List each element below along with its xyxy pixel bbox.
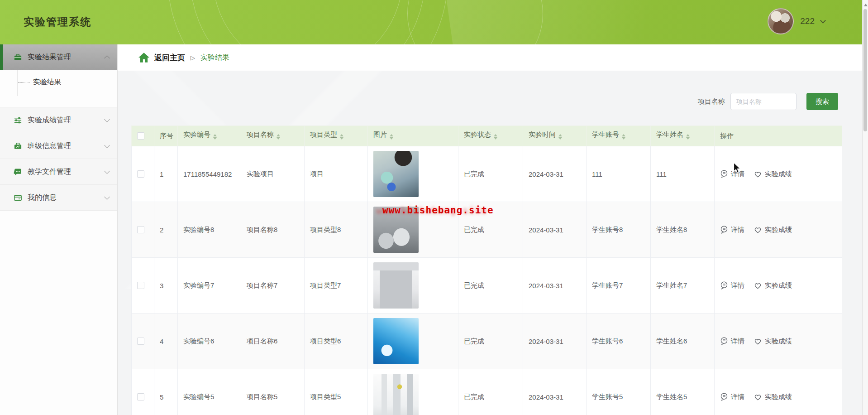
window-scrollbar[interactable] (862, 0, 868, 415)
cell-project-name: 项目名称7 (241, 258, 305, 314)
sidebar-item-class-info-management[interactable]: 班级信息管理 (0, 133, 117, 159)
chevron-down-icon (820, 18, 826, 24)
home-icon (138, 52, 150, 63)
site-watermark: www.bishebang.site (382, 205, 494, 216)
breadcrumb-separator-icon: ▷ (191, 54, 195, 61)
cell-project-type: 项目类型8 (305, 202, 368, 258)
row-checkbox[interactable] (137, 338, 144, 345)
sort-icon[interactable] (558, 132, 562, 141)
table-row: 3 实验编号7 项目名称7 项目类型7 已完成 2024-03-31 学生账号7… (132, 258, 842, 314)
experiment-score-link[interactable]: 实验成绩 (754, 170, 792, 179)
col-index: 序号 (154, 126, 178, 146)
select-all-checkbox[interactable] (137, 132, 144, 140)
row-checkbox[interactable] (137, 226, 144, 233)
user-menu[interactable]: 222 (768, 8, 825, 34)
sort-icon[interactable] (277, 132, 280, 141)
sidebar-item-score-management[interactable]: 实验成绩管理 (0, 107, 117, 133)
detail-link[interactable]: 详情 (720, 392, 744, 401)
cell-project-name: 项目名称6 (241, 314, 305, 369)
sidebar-group: 实验成绩管理 班级信息管理 教学文件管理 (0, 107, 117, 211)
row-checkbox[interactable] (137, 393, 144, 401)
heart-icon (754, 281, 762, 290)
detail-icon (720, 225, 728, 234)
cell-index: 5 (154, 369, 178, 415)
search-button[interactable]: 搜索 (806, 93, 838, 110)
heart-icon (754, 226, 762, 234)
detail-link[interactable]: 详情 (720, 281, 744, 290)
row-checkbox[interactable] (137, 282, 144, 289)
sort-icon[interactable] (340, 132, 343, 141)
cell-status: 已完成 (458, 369, 523, 415)
sort-icon[interactable] (686, 132, 690, 141)
col-student: 学生姓名 (651, 126, 715, 146)
row-image[interactable] (373, 374, 419, 415)
sidebar-item-my-info[interactable]: 我的信息 (0, 185, 117, 211)
user-avatar[interactable] (768, 8, 794, 34)
cell-project-type: 项目类型7 (305, 258, 368, 314)
sidebar-item-experiment-result-management[interactable]: 实验结果管理 (0, 44, 117, 70)
chevron-down-icon (104, 168, 110, 174)
app-title: 实验管理系统 (24, 15, 91, 29)
table-row: 5 实验编号5 项目名称5 项目类型5 已完成 2024-03-31 学生账号5… (132, 369, 842, 415)
search-label: 项目名称 (698, 97, 725, 106)
row-image[interactable] (373, 262, 419, 309)
cell-status: 已完成 (458, 258, 523, 314)
search-bar: 项目名称 搜索 (118, 93, 838, 110)
cell-student: 学生姓名6 (651, 314, 715, 369)
top-header: 实验管理系统 222 (0, 0, 868, 44)
cell-account: 学生账号8 (587, 202, 651, 258)
breadcrumb-home-link[interactable]: 返回主页 (138, 52, 185, 63)
sort-icon[interactable] (622, 132, 625, 141)
sidebar-item-label: 我的信息 (28, 193, 105, 203)
chevron-down-icon (104, 194, 110, 200)
detail-icon (720, 392, 728, 401)
scrollbar-thumb[interactable] (863, 9, 867, 131)
sidebar-item-label: 班级信息管理 (28, 141, 105, 151)
sort-icon[interactable] (390, 132, 393, 141)
table-header-row: 序号 实验编号 项目名称 项目类型 图片 实验状态 实验时间 学生账号 学生姓名… (132, 126, 842, 146)
cell-student: 学生姓名5 (651, 369, 715, 415)
experiment-score-link[interactable]: 实验成绩 (754, 393, 792, 401)
briefcase-icon (14, 53, 22, 62)
cell-index: 2 (154, 202, 178, 258)
sort-icon[interactable] (213, 132, 217, 141)
sidebar-item-teaching-files-management[interactable]: 教学文件管理 (0, 159, 117, 185)
experiment-score-link[interactable]: 实验成绩 (754, 226, 792, 234)
cell-exp-no: 实验编号6 (178, 314, 241, 369)
detail-link[interactable]: 详情 (720, 169, 744, 179)
detail-link[interactable]: 详情 (720, 225, 744, 234)
sort-icon[interactable] (494, 132, 497, 141)
row-image[interactable] (373, 151, 419, 197)
chevron-down-icon (104, 116, 110, 122)
heart-icon (754, 337, 762, 345)
scroll-up-arrow-icon[interactable] (864, 2, 868, 6)
cell-exp-no: 实验编号7 (178, 258, 241, 314)
cell-index: 3 (154, 258, 178, 314)
cell-exp-no: 实验编号5 (178, 369, 241, 415)
breadcrumb-current-page[interactable]: 实验结果 (200, 53, 229, 63)
project-name-input[interactable] (730, 93, 796, 110)
cell-student: 学生姓名7 (651, 258, 715, 314)
col-image: 图片 (368, 126, 458, 146)
app-window: 实验管理系统 222 实验结果管理 实验结果 (0, 0, 868, 415)
decor-ring (167, 0, 448, 44)
detail-link[interactable]: 详情 (720, 337, 744, 346)
cell-index: 1 (154, 146, 178, 202)
id-card-icon (14, 193, 22, 202)
heart-icon (754, 393, 762, 401)
main-content: 返回主页 ▷ 实验结果 项目名称 搜索 序号 实验 (118, 44, 868, 415)
cell-project-name: 项目名称8 (241, 202, 305, 258)
sidebar-subitem-experiment-result[interactable]: 实验结果 (0, 77, 117, 87)
cell-date: 2024-03-31 (523, 258, 587, 314)
row-checkbox[interactable] (137, 170, 144, 178)
cell-project-name: 实验项目 (241, 146, 305, 202)
experiment-score-link[interactable]: 实验成绩 (754, 281, 792, 290)
cell-student: 学生姓名8 (651, 202, 715, 258)
sidebar-item-label: 教学文件管理 (28, 167, 105, 177)
cell-project-type: 项目类型6 (305, 314, 368, 369)
row-image[interactable] (373, 318, 419, 364)
cell-account: 学生账号5 (587, 369, 651, 415)
sidebar-item-label: 实验结果管理 (28, 53, 105, 62)
experiment-score-link[interactable]: 实验成绩 (754, 337, 792, 346)
class-bag-icon (14, 142, 22, 150)
